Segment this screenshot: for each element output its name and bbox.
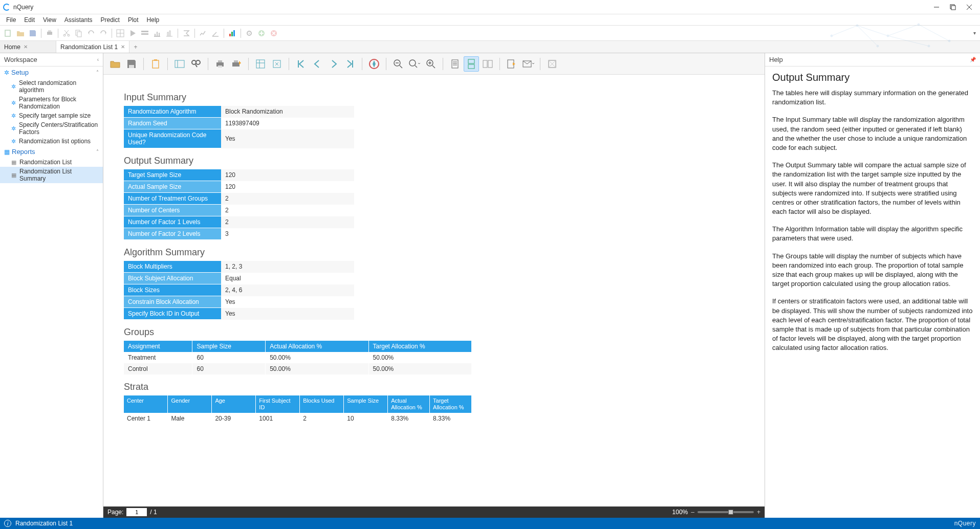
pager-label: Page: [107,509,123,516]
help-header: Help 📌 [765,53,980,67]
tab-home[interactable]: Home ✕ [0,41,56,53]
workspace-header: Workspace ‹ [0,53,103,67]
gear-icon: ✲ [11,138,16,145]
zoom-in-icon[interactable] [423,56,439,72]
close-icon[interactable]: ✕ [121,44,125,50]
grid-icon: ▦ [11,159,16,166]
pager-page-input[interactable] [126,508,147,516]
reports-item-summary[interactable]: ▦Randomization List Summary [0,167,103,183]
toolbar-play-icon[interactable] [127,28,138,39]
reports-item-list[interactable]: ▦Randomization List [0,158,103,167]
menu-plot[interactable]: Plot [124,15,143,25]
workspace-group-reports[interactable]: ▦ Reports ˄ [0,146,103,158]
new-file-icon[interactable] [3,28,14,39]
toolbar-rows-icon[interactable] [139,28,150,39]
zoom-in-button[interactable]: + [757,509,760,516]
watermark-icon[interactable] [545,56,560,72]
first-page-icon[interactable] [293,56,309,72]
compass-icon[interactable] [366,56,382,72]
table-row: Block Sizes2, 4, 6 [124,284,354,296]
svg-line-30 [857,26,888,36]
save-icon[interactable] [27,28,38,39]
toolbar-sigma-icon[interactable] [181,28,192,39]
collapse-panel-icon[interactable]: ‹ [97,57,99,62]
toolbar-overflow-button[interactable]: ▾ [973,30,976,36]
menu-predict[interactable]: Predict [97,15,124,25]
prev-page-icon[interactable] [310,56,325,72]
find-icon[interactable] [188,56,204,72]
zoom-slider[interactable] [698,511,754,513]
toolbar-delete-icon[interactable] [268,28,279,39]
last-page-icon[interactable] [342,56,358,72]
help-heading: Output Summary [772,72,973,83]
copy-icon[interactable] [73,28,84,39]
next-page-icon[interactable] [326,56,341,72]
margins-icon[interactable] [253,56,268,72]
report-viewport[interactable]: Input Summary Randomization AlgorithmBlo… [103,75,765,506]
app-logo-icon [3,4,10,11]
toolbar-varstats-icon[interactable] [164,28,175,39]
menu-view[interactable]: View [39,15,60,25]
pin-icon[interactable]: 📌 [970,57,976,62]
toolbar-stats-icon[interactable] [151,28,163,39]
status-text: Randomization List 1 [15,520,73,527]
menu-edit[interactable]: Edit [20,15,39,25]
print-icon[interactable] [44,28,55,39]
close-button[interactable] [966,4,973,11]
open-icon[interactable] [107,56,123,72]
menu-file[interactable]: File [2,15,20,25]
email-icon[interactable] [520,56,536,72]
table-row: Constrain Block AllocationYes [124,296,354,308]
svg-line-29 [832,26,857,36]
workspace-group-setup[interactable]: ✲ Setup ˄ [0,67,103,78]
input-summary-table: Randomization AlgorithmBlock Randomizati… [124,106,354,148]
menu-help[interactable]: Help [143,15,164,25]
svg-rect-55 [256,60,265,68]
document-tabstrip: Home ✕ Randomization List 1 ✕ + [0,41,980,53]
toolbar-table-icon[interactable] [115,28,126,39]
continuous-page-icon[interactable] [464,56,479,72]
svg-rect-15 [141,31,148,32]
svg-rect-45 [175,60,184,68]
groups-table: Assignment Sample Size Actual Allocation… [124,341,472,374]
close-icon[interactable]: ✕ [24,44,28,50]
help-paragraph: The Groups table will display the number… [772,252,973,289]
setup-item-parameters[interactable]: ✲Parameters for Block Randomization [0,95,103,111]
minimize-button[interactable] [933,4,940,11]
open-folder-icon[interactable] [15,28,26,39]
cut-icon[interactable] [61,28,72,39]
redo-icon[interactable] [98,28,109,39]
parameters-icon[interactable] [172,56,187,72]
zoom-out-icon[interactable] [390,56,406,72]
toolbar-chart1-icon[interactable] [198,28,209,39]
table-row: Actual Sample Size120 [124,181,354,193]
maximize-button[interactable] [949,4,956,11]
toolbar-colorbars-icon[interactable] [227,28,238,39]
save-icon[interactable] [124,56,139,72]
toolbar-gear-icon[interactable] [244,28,255,39]
toolbar-plus-icon[interactable] [256,28,267,39]
page-setup-icon[interactable] [269,56,285,72]
tab-label: Randomization List 1 [60,43,118,51]
tab-randomization-list[interactable]: Randomization List 1 ✕ [56,41,129,53]
export-icon[interactable] [504,56,519,72]
toolbar-chart2-icon[interactable] [210,28,221,39]
setup-item-list-options[interactable]: ✲Randomization list options [0,137,103,146]
new-tab-button[interactable]: + [129,41,142,53]
report-toolbar [103,53,765,75]
help-paragraph: The Algorithm Information table will dis… [772,225,973,243]
zoom-dropdown-icon[interactable] [407,56,422,72]
zoom-out-button[interactable]: – [691,509,694,516]
setup-item-algorithm[interactable]: ✲Select randomization algorithm [0,78,103,95]
svg-point-63 [409,60,416,66]
setup-item-centers[interactable]: ✲Specify Centers/Stratification Factors [0,120,103,137]
clipboard-icon[interactable] [148,56,163,72]
menu-assistants[interactable]: Assistants [60,15,97,25]
svg-rect-6 [47,32,52,35]
single-page-icon[interactable] [447,56,463,72]
setup-item-sample-size[interactable]: ✲Specify target sample size [0,111,103,120]
undo-icon[interactable] [85,28,97,39]
two-page-icon[interactable] [480,56,495,72]
quick-print-icon[interactable] [229,56,244,72]
print-icon[interactable] [212,56,228,72]
